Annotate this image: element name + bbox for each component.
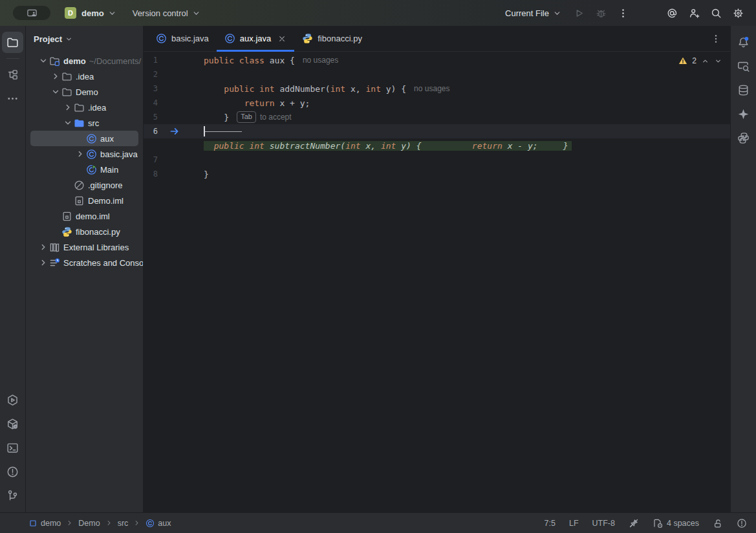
more-actions-button[interactable]	[614, 4, 632, 22]
gutter	[158, 110, 204, 124]
ai-chat-button[interactable]	[663, 4, 681, 22]
tree-item-src[interactable]: src	[26, 115, 143, 131]
breadcrumb-demo[interactable]: Demo	[78, 519, 100, 528]
device-search-icon	[737, 60, 750, 72]
tab-aux-java[interactable]: aux.java	[217, 26, 294, 51]
chevron-right-icon[interactable]	[38, 257, 49, 268]
kebab-icon	[711, 34, 721, 44]
line-number: 1	[144, 56, 158, 65]
tool-stripe-terminal[interactable]	[2, 437, 23, 459]
highlighting-muted-widget[interactable]	[629, 518, 639, 528]
chevron-right-icon[interactable]	[50, 71, 61, 82]
code-line-4[interactable]: 4 return x + y;	[144, 96, 730, 110]
tree-item-gitignore[interactable]: .gitignore	[26, 177, 143, 193]
tool-stripe-database[interactable]	[733, 80, 754, 101]
code-with-me-button[interactable]	[685, 4, 703, 22]
tree-item-demo[interactable]: Demo	[26, 84, 143, 100]
breadcrumb-src[interactable]: src	[118, 519, 129, 528]
tool-stripe-version-control[interactable]	[2, 485, 23, 506]
chevron-up-icon[interactable]	[701, 57, 709, 65]
tab-fibonacci-py[interactable]: fibonacci.py	[294, 26, 370, 51]
project-panel-header[interactable]: Project	[26, 26, 143, 52]
tool-stripe-problems[interactable]	[2, 461, 23, 483]
warning-count: 2	[692, 56, 697, 65]
caret-arrow-icon	[169, 126, 180, 136]
tab-basic-java[interactable]: basic.java	[148, 26, 217, 51]
tree-item-idea[interactable]: .idea	[26, 69, 143, 84]
tool-stripe-python-packages[interactable]	[733, 127, 754, 149]
editor-column: basic.javaaux.javafibonacci.py 1public c…	[144, 26, 730, 512]
file-icon	[74, 195, 85, 206]
problems-icon	[6, 466, 19, 478]
tree-item-demo-iml[interactable]: Demo.iml	[26, 193, 143, 208]
code-line-ghost[interactable]: public int subtractNumber(int x, int y) …	[144, 138, 730, 153]
code-line-2[interactable]: 2	[144, 67, 730, 82]
code-line-6[interactable]: 6	[144, 124, 730, 138]
problems-status-widget[interactable]	[737, 518, 747, 528]
chevron-down-icon[interactable]	[63, 118, 73, 128]
search-icon	[711, 8, 722, 19]
editor[interactable]: 1public class aux {no usages23 public in…	[144, 52, 730, 512]
tree-item-basic-java[interactable]: basic.java	[26, 146, 143, 162]
indent-widget[interactable]: 4 spaces	[653, 518, 699, 528]
tool-stripe-structure[interactable]	[2, 64, 23, 85]
chevron-down-icon	[552, 8, 562, 18]
search-everywhere-button[interactable]	[707, 4, 725, 22]
chevron-spacer	[63, 195, 73, 206]
tree-item-fibonacci-py[interactable]: fibonacci.py	[26, 224, 143, 239]
tool-stripe-more-tool-windows[interactable]	[2, 88, 23, 109]
tree-item-demo[interactable]: demo~/Documents/	[26, 53, 143, 69]
code-line-3[interactable]: 3 public int addNumber(int x, int y) {no…	[144, 82, 730, 96]
file-icon	[61, 211, 72, 222]
tree-item-idea[interactable]: .idea	[26, 100, 143, 115]
debug-button[interactable]	[592, 4, 610, 22]
breadcrumb-aux[interactable]: aux	[146, 519, 171, 528]
tree-item-scratches-and-consol[interactable]: Scratches and Consol	[26, 255, 143, 270]
indent-config-icon	[653, 518, 663, 528]
chevron-right-icon	[105, 519, 113, 527]
project-selector[interactable]: D demo	[62, 5, 120, 21]
gutter	[158, 67, 204, 82]
database-icon	[737, 84, 750, 96]
folder-src-icon	[74, 118, 85, 129]
chevron-down-icon[interactable]	[714, 57, 722, 65]
caret-position-widget[interactable]: 7:5	[545, 519, 556, 528]
close-icon[interactable]	[277, 34, 286, 43]
line-number: 7	[144, 155, 158, 164]
code-line-8[interactable]: 8}	[144, 167, 730, 181]
chevron-down-icon[interactable]	[50, 87, 61, 97]
chevron-down-icon[interactable]	[38, 56, 49, 66]
code-line-7[interactable]: 7	[144, 153, 730, 167]
inspections-widget[interactable]: 2	[678, 56, 722, 65]
run-config-selector[interactable]: Current File	[502, 6, 565, 21]
code-line-1[interactable]: 1public class aux {no usages	[144, 53, 730, 67]
encoding-widget[interactable]: UTF-8	[592, 519, 615, 528]
readonly-toggle[interactable]	[713, 518, 723, 528]
tool-stripe-services[interactable]	[2, 389, 23, 411]
tree-item-demo-iml[interactable]: demo.iml	[26, 208, 143, 224]
services-icon	[6, 394, 19, 406]
screen-share-pill[interactable]	[13, 6, 50, 20]
chevron-right-icon[interactable]	[38, 242, 49, 252]
caret-line-indicator	[205, 131, 242, 133]
tool-stripe-ai-assistant[interactable]	[733, 103, 754, 125]
tree-item-external-libraries[interactable]: External Libraries	[26, 239, 143, 255]
tool-stripe-notifications[interactable]	[733, 32, 754, 53]
breadcrumb-demo[interactable]: demo	[28, 519, 61, 528]
settings-button[interactable]	[729, 4, 747, 22]
chevron-right-icon[interactable]	[75, 149, 85, 159]
tree-item-aux[interactable]: aux	[30, 131, 138, 146]
tree-item-main[interactable]: Main	[26, 162, 143, 177]
code-line-5[interactable]: 5 }Tabto accept	[144, 110, 730, 124]
line-separator-widget[interactable]: LF	[569, 519, 579, 528]
chevron-right-icon	[65, 519, 74, 527]
lock-open-icon	[713, 518, 723, 528]
tool-stripe-project[interactable]	[2, 32, 23, 53]
tab-options-button[interactable]	[707, 30, 725, 48]
run-button[interactable]	[570, 4, 588, 22]
vcs-widget[interactable]: Version control	[130, 6, 204, 21]
chevron-right-icon[interactable]	[63, 102, 73, 113]
tool-stripe-build[interactable]	[2, 413, 23, 435]
tool-stripe-profiler[interactable]	[733, 56, 754, 77]
class-icon	[156, 33, 167, 44]
